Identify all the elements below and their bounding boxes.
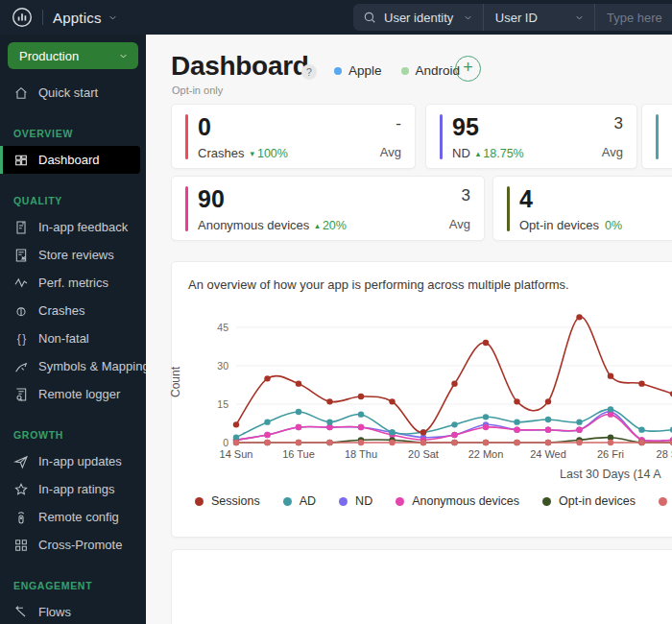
sidebar-item-label: Symbols & Mapping xyxy=(38,359,146,373)
sidebar-item-non-fatal[interactable]: { } Non-fatal xyxy=(0,324,146,352)
search-category-dropdown[interactable]: User identity xyxy=(363,11,473,25)
sidebar-item-symbols-mapping[interactable]: Symbols & Mapping xyxy=(0,352,146,380)
sidebar-item-remote-logger[interactable]: Remote logger xyxy=(0,380,146,408)
sidebar-item-label: In-app feedback xyxy=(38,220,128,234)
sidebar-section-growth: GROWTH xyxy=(0,408,146,447)
search-field-dropdown[interactable]: User ID xyxy=(484,11,585,25)
svg-text:28 Sun: 28 Sun xyxy=(657,448,672,460)
bug-icon xyxy=(13,303,29,319)
legend-label: Sessions xyxy=(211,494,260,508)
legend-dot-icon xyxy=(396,497,404,506)
stat-color-bar xyxy=(440,114,443,159)
legend-dot-icon xyxy=(542,497,551,506)
sidebar-section-quality: QUALITY xyxy=(0,174,146,213)
legend-dot-icon xyxy=(283,497,292,506)
legend-dot-icon xyxy=(339,497,348,506)
sidebar-item-in-app-feedback[interactable]: In-app feedback xyxy=(0,213,146,241)
trend-value: 100% xyxy=(257,147,288,160)
sidebar-item-cross-promote[interactable]: Cross-Promote xyxy=(0,531,146,559)
svg-text:30: 30 xyxy=(217,360,228,372)
sidebar-item-label: Crashes xyxy=(38,303,84,318)
search-divider xyxy=(594,4,595,31)
page-title: Dashboard xyxy=(171,51,309,82)
search-input[interactable] xyxy=(607,11,672,25)
chevron-down-icon xyxy=(118,51,129,61)
add-platform-button[interactable]: + xyxy=(455,56,481,82)
chart-description: An overview of how your app is performin… xyxy=(188,277,569,292)
app-window: Apptics User identity User ID Prod xyxy=(0,0,672,624)
platform-label: Apple xyxy=(348,63,382,78)
stat-color-bar xyxy=(656,114,659,159)
stat-card-partial[interactable] xyxy=(641,104,672,169)
sidebar-item-perf-metrics[interactable]: Perf. metrics xyxy=(0,269,146,297)
search-category-value: User identity xyxy=(384,11,453,25)
performance-line-chart[interactable]: 015304514 Sun16 Tue18 Thu20 Sat22 Mon24 … xyxy=(193,306,672,471)
chevron-down-icon xyxy=(574,12,585,23)
android-dot-icon xyxy=(401,67,409,75)
trend-up-icon: ▴ xyxy=(315,221,320,230)
chevron-down-icon xyxy=(108,12,118,23)
legend-item[interactable]: Sessions xyxy=(195,494,260,508)
svg-text:20 Sat: 20 Sat xyxy=(408,448,439,460)
stat-label: Opt-in devices xyxy=(519,218,599,232)
legend-item[interactable]: O xyxy=(659,494,672,508)
flow-arrow-icon xyxy=(13,605,29,620)
sidebar-item-label: Remote config xyxy=(38,510,119,524)
sidebar-item-store-reviews[interactable]: Store reviews xyxy=(0,241,146,269)
environment-selector[interactable]: Production xyxy=(8,42,138,69)
topbar-divider xyxy=(42,10,43,25)
stat-value: 0 xyxy=(198,114,380,139)
legend-label: Opt-in devices xyxy=(559,494,636,508)
trend-down-icon: ▾ xyxy=(250,149,254,158)
remote-icon xyxy=(13,510,29,525)
avg-value: - xyxy=(396,114,401,133)
stat-card-nd[interactable]: 95 ND ▴18.75% 3 Avg xyxy=(425,104,637,169)
sidebar-item-label: Store reviews xyxy=(38,248,114,262)
apptics-logo-icon[interactable] xyxy=(12,7,33,28)
sidebar-item-remote-config[interactable]: Remote config xyxy=(0,503,146,531)
sidebar-item-label: Flows xyxy=(38,605,71,619)
stat-label: Anonymous devices xyxy=(198,218,309,232)
brand-name: Apptics xyxy=(53,10,102,26)
trend-indicator: 0% xyxy=(605,219,622,232)
stat-color-bar xyxy=(507,186,510,231)
sidebar-item-label: In-app updates xyxy=(38,454,122,468)
sidebar-item-label: Quick start xyxy=(38,85,98,100)
platform-android[interactable]: Android xyxy=(401,63,461,78)
legend-item[interactable]: Anonymous devices xyxy=(396,494,519,508)
sidebar-item-label: Perf. metrics xyxy=(38,276,108,290)
sidebar-item-in-app-updates[interactable]: In-app updates xyxy=(0,447,146,475)
sidebar-item-flows[interactable]: Flows xyxy=(0,598,146,624)
search-field-value: User ID xyxy=(495,11,538,25)
platform-apple[interactable]: Apple xyxy=(334,63,382,78)
legend-item[interactable]: ND xyxy=(339,494,372,508)
stat-card-crashes[interactable]: 0 Crashes ▾100% - Avg xyxy=(171,104,416,169)
chevron-down-icon xyxy=(463,12,473,23)
legend-item[interactable]: Opt-in devices xyxy=(542,494,636,508)
grid-icon xyxy=(13,538,29,553)
avg-value: 3 xyxy=(614,114,623,133)
stat-card-opt-in-devices[interactable]: 4 Opt-in devices 0% xyxy=(492,176,672,241)
help-icon[interactable]: ? xyxy=(301,64,317,80)
environment-label: Production xyxy=(19,49,79,63)
sidebar: Production Quick start OVERVIEW Dashboar… xyxy=(0,35,146,624)
sidebar-item-quick-start[interactable]: Quick start xyxy=(0,79,146,107)
stat-value: 4 xyxy=(519,186,670,211)
legend-label: AD xyxy=(300,494,316,508)
legend-dot-icon xyxy=(659,497,667,506)
svg-text:18 Thu: 18 Thu xyxy=(345,448,377,460)
sidebar-item-label: Dashboard xyxy=(38,153,100,167)
brand-switcher[interactable]: Apptics xyxy=(53,10,118,26)
sidebar-item-in-app-ratings[interactable]: In-app ratings xyxy=(0,475,146,503)
svg-text:14 Sun: 14 Sun xyxy=(220,448,253,460)
legend-dot-icon xyxy=(195,497,204,506)
top-bar: Apptics User identity User ID xyxy=(0,0,672,35)
sidebar-item-label: Remote logger xyxy=(38,387,120,401)
stat-card-anonymous-devices[interactable]: 90 Anonymous devices ▴20% 3 Avg xyxy=(171,176,485,241)
star-icon xyxy=(13,482,29,497)
trend-value: 20% xyxy=(323,219,347,232)
legend-item[interactable]: AD xyxy=(283,494,316,508)
sidebar-item-crashes[interactable]: Crashes xyxy=(0,297,146,324)
sidebar-item-dashboard[interactable]: Dashboard xyxy=(0,146,140,174)
avg-label: Avg xyxy=(380,145,401,159)
